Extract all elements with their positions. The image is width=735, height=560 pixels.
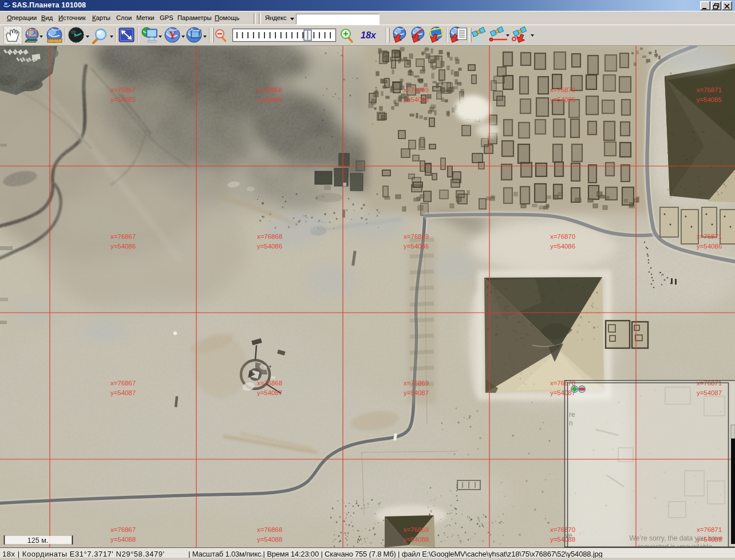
svg-text:y=54086: y=54086 <box>404 243 429 250</box>
svg-text:y=54088: y=54088 <box>110 536 136 543</box>
svg-text:y=54088: y=54088 <box>697 536 722 543</box>
svg-text:y=54088: y=54088 <box>550 536 575 543</box>
svg-text:y=54086: y=54086 <box>257 243 282 250</box>
svg-text:x=76867: x=76867 <box>110 86 136 93</box>
svg-text:y=54085: y=54085 <box>697 96 722 103</box>
svg-text:x=76871: x=76871 <box>697 86 722 93</box>
svg-text:y=54085: y=54085 <box>257 96 282 103</box>
svg-text:n: n <box>569 419 573 427</box>
svg-text:y=54086: y=54086 <box>110 243 136 250</box>
svg-text:x=76868: x=76868 <box>257 380 282 387</box>
svg-text:y=54085: y=54085 <box>550 96 575 103</box>
svg-text:x=76867: x=76867 <box>110 380 136 387</box>
svg-text:18x: 18x <box>361 30 377 40</box>
svg-text:y=54088: y=54088 <box>257 536 282 543</box>
svg-text:x=76869: x=76869 <box>404 526 429 533</box>
svg-text:y=54085: y=54085 <box>110 96 136 103</box>
svg-text:y=54085: y=54085 <box>404 96 429 103</box>
svg-text:y=54087: y=54087 <box>697 389 722 396</box>
svg-text:x=76867: x=76867 <box>110 233 136 240</box>
svg-text:x=76868: x=76868 <box>257 233 282 240</box>
svg-text:x=76869: x=76869 <box>404 86 429 93</box>
svg-text:x=76870: x=76870 <box>550 233 575 240</box>
svg-text:Y: Y <box>169 30 176 41</box>
svg-text:y=54087: y=54087 <box>257 389 282 396</box>
svg-text:y=54088: y=54088 <box>404 536 429 543</box>
svg-text:x=76867: x=76867 <box>110 526 136 533</box>
svg-text:y=54086: y=54086 <box>550 243 575 250</box>
svg-text:x=76870: x=76870 <box>550 526 575 533</box>
svg-text:x=76868: x=76868 <box>257 526 282 533</box>
svg-text:x=76869: x=76869 <box>404 380 429 387</box>
svg-text:y=54087: y=54087 <box>404 389 429 396</box>
svg-text:x=76869: x=76869 <box>404 233 429 240</box>
svg-text:y=54086: y=54086 <box>697 243 722 250</box>
svg-text:x=76868: x=76868 <box>257 86 282 93</box>
svg-text:re: re <box>569 411 575 419</box>
svg-text:y=54087: y=54087 <box>110 389 136 396</box>
svg-text:x=76871: x=76871 <box>697 526 722 533</box>
svg-text:x=76871: x=76871 <box>697 233 722 240</box>
svg-text:x=76870: x=76870 <box>550 86 575 93</box>
svg-text:125 м.: 125 м. <box>27 537 48 545</box>
